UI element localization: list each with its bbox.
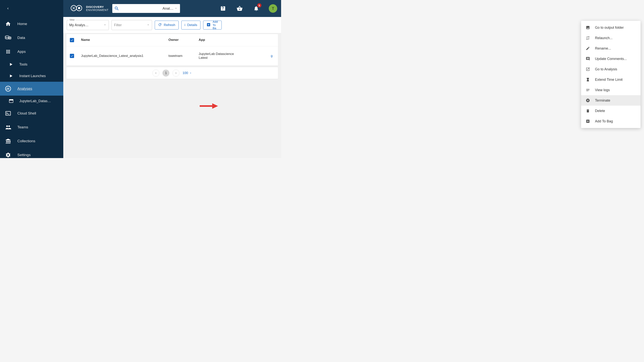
details-button[interactable]: i Details bbox=[181, 21, 201, 29]
toolbar: View My Analys… Filter Refresh i Details bbox=[63, 17, 281, 33]
topbar: DISCOVERY ENVIRONMENT Anal… bbox=[63, 0, 281, 17]
sidebar-item-label: Data bbox=[17, 36, 25, 40]
svg-point-7 bbox=[8, 125, 10, 127]
page-number[interactable]: 1 bbox=[162, 70, 170, 76]
chevron-right-icon bbox=[9, 62, 14, 67]
search-icon bbox=[114, 6, 119, 11]
sidebar-item-label: Instant Launches bbox=[19, 74, 46, 78]
help-button[interactable] bbox=[219, 4, 227, 12]
sidebar-item-label: Collections bbox=[17, 139, 35, 143]
sidebar-item-collections[interactable]: Collections bbox=[0, 134, 63, 148]
search-container: Anal… bbox=[112, 4, 180, 13]
search-type-label: Anal… bbox=[162, 6, 174, 10]
details-label: Details bbox=[187, 23, 197, 27]
refresh-button[interactable]: Refresh bbox=[155, 21, 179, 29]
view-value: My Analys… bbox=[69, 23, 88, 27]
svg-rect-4 bbox=[9, 99, 13, 101]
filter-dropdown[interactable]: Filter bbox=[112, 20, 152, 30]
svg-point-6 bbox=[6, 125, 8, 127]
prev-page-button[interactable] bbox=[152, 70, 159, 76]
page-size-value: 100 bbox=[182, 71, 188, 75]
column-header-start[interactable] bbox=[239, 38, 274, 42]
table-header-row: Name Owner App bbox=[66, 34, 278, 46]
page-size-dropdown[interactable]: 100 bbox=[182, 71, 192, 75]
sidebar-item-home[interactable]: Home bbox=[0, 17, 63, 31]
sidebar-item-label: Tools bbox=[19, 62, 28, 66]
chevron-down-icon bbox=[174, 6, 177, 10]
sidebar-item-label: Analyses bbox=[17, 86, 32, 91]
row-app: JupyterLab Datascience Latest bbox=[199, 52, 239, 60]
add-to-bag-icon bbox=[206, 22, 211, 28]
next-page-button[interactable] bbox=[172, 70, 180, 76]
window-icon bbox=[9, 99, 14, 103]
brand[interactable]: DISCOVERY ENVIRONMENT bbox=[70, 4, 108, 13]
notification-badge: 5 bbox=[257, 3, 262, 7]
collections-icon bbox=[5, 138, 12, 145]
search-input[interactable] bbox=[119, 7, 161, 10]
notifications-button[interactable]: 5 bbox=[252, 4, 260, 12]
apps-icon bbox=[5, 48, 12, 55]
info-icon: i bbox=[185, 23, 186, 27]
add-to-bag-label-2: Ba bbox=[212, 26, 218, 29]
view-dropdown[interactable]: My Analys… bbox=[67, 20, 109, 30]
row-start: g bbox=[239, 54, 274, 58]
svg-point-0 bbox=[5, 36, 9, 37]
chevron-down-icon bbox=[147, 23, 150, 27]
chevron-right-icon bbox=[9, 74, 14, 78]
svg-rect-5 bbox=[6, 111, 10, 115]
sidebar-item-label: Teams bbox=[17, 125, 28, 129]
sidebar-collapse-button[interactable] bbox=[0, 0, 63, 17]
brand-logo-icon bbox=[70, 4, 83, 13]
analyses-icon bbox=[5, 85, 12, 92]
add-to-bag-button[interactable]: Add To Ba bbox=[203, 21, 222, 29]
avatar-initial: T bbox=[272, 6, 274, 11]
row-owner: tswetnam bbox=[168, 54, 199, 58]
sidebar-item-label: Settings bbox=[17, 153, 31, 157]
sidebar-item-tools[interactable]: Tools bbox=[0, 59, 63, 70]
select-all-checkbox[interactable] bbox=[70, 38, 74, 42]
sidebar-item-teams[interactable]: Teams bbox=[0, 120, 63, 134]
sidebar-item-analysis-instance[interactable]: JupyterLab_Datas… bbox=[0, 96, 63, 106]
paginator: 1 100 bbox=[66, 67, 278, 79]
refresh-label: Refresh bbox=[164, 23, 175, 27]
home-icon bbox=[5, 20, 12, 27]
search-type-dropdown[interactable]: Anal… bbox=[161, 6, 179, 10]
avatar[interactable]: T bbox=[269, 4, 277, 13]
sidebar-item-cloud-shell[interactable]: Cloud Shell bbox=[0, 106, 63, 120]
add-to-bag-label-1: Add To bbox=[212, 21, 218, 26]
svg-point-10 bbox=[78, 7, 80, 9]
column-header-name[interactable]: Name bbox=[81, 38, 168, 42]
terminal-icon bbox=[5, 110, 12, 117]
brand-subtitle: ENVIRONMENT bbox=[86, 8, 108, 11]
bag-button[interactable] bbox=[236, 4, 244, 12]
sidebar-item-label: JupyterLab_Datas… bbox=[19, 99, 51, 103]
refresh-icon bbox=[158, 23, 162, 27]
column-header-app[interactable]: App bbox=[199, 38, 239, 42]
teams-icon bbox=[5, 124, 12, 131]
sidebar: Home Data Apps Tools Ins bbox=[0, 0, 63, 158]
svg-point-1 bbox=[9, 37, 11, 38]
table-area: Name Owner App JupyterLab_Datascience_La… bbox=[63, 33, 281, 82]
chevron-down-icon bbox=[104, 23, 106, 27]
view-field-label: View bbox=[69, 18, 75, 21]
row-checkbox[interactable] bbox=[70, 54, 74, 58]
sidebar-item-label: Apps bbox=[17, 49, 26, 54]
column-header-owner[interactable]: Owner bbox=[168, 38, 199, 42]
sidebar-item-label: Cloud Shell bbox=[17, 111, 36, 115]
sidebar-item-apps[interactable]: Apps bbox=[0, 45, 63, 59]
table-row[interactable]: JupyterLab_Datascience_Latest_analysis1 … bbox=[66, 46, 278, 66]
gear-icon bbox=[5, 151, 12, 158]
sidebar-item-analyses[interactable]: Analyses bbox=[0, 82, 63, 96]
sidebar-item-settings[interactable]: Settings bbox=[0, 148, 63, 158]
main-content: DISCOVERY ENVIRONMENT Anal… bbox=[63, 0, 281, 158]
filter-placeholder: Filter bbox=[114, 23, 122, 27]
sidebar-item-instant-launches[interactable]: Instant Launches bbox=[0, 70, 63, 82]
row-name: JupyterLab_Datascience_Latest_analysis1 bbox=[81, 54, 168, 58]
data-icon bbox=[5, 34, 12, 41]
brand-title: DISCOVERY bbox=[86, 5, 108, 8]
sidebar-item-label: Home bbox=[17, 22, 27, 26]
sidebar-item-data[interactable]: Data bbox=[0, 31, 63, 45]
